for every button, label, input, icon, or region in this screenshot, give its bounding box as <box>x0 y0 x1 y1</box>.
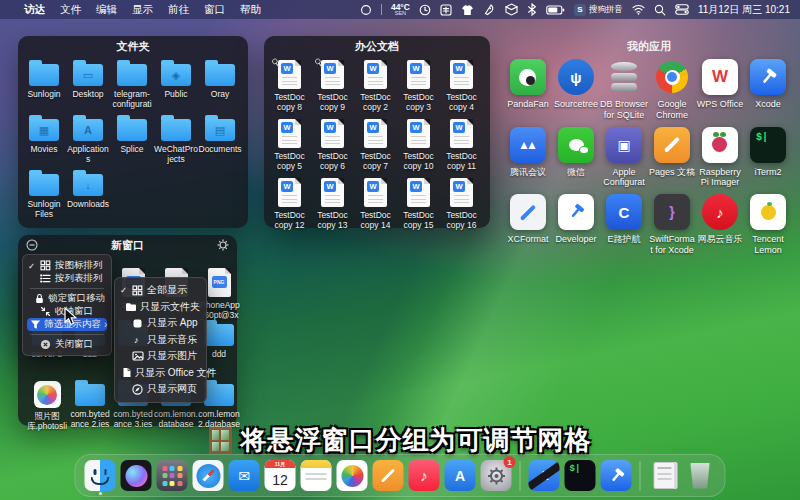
doc-item[interactable]: WTestDoc copy 10 <box>403 117 434 171</box>
dock-icon-photos[interactable] <box>337 460 368 491</box>
battery-icon[interactable] <box>546 5 565 15</box>
doc-item[interactable]: WTestDoc copy 5 <box>274 117 305 171</box>
dock-icon-launchpad[interactable] <box>157 460 188 491</box>
dock-icon-finder[interactable] <box>85 460 116 491</box>
menu-item[interactable]: ♪只显示音乐 <box>115 332 206 349</box>
window-minimize-icon[interactable] <box>26 239 38 253</box>
bluetooth-icon[interactable] <box>527 3 537 16</box>
shirt-icon[interactable] <box>461 4 474 16</box>
ring-icon[interactable] <box>360 4 372 16</box>
window-office-docs[interactable]: 办公文档 WTestDoc copy 8WTestDoc copy 9WTest… <box>264 36 490 228</box>
app-item-dbbrowser[interactable]: DB Browser for SQLite <box>600 59 648 121</box>
dock-icon-siri[interactable] <box>121 460 152 491</box>
app-item-wechat[interactable]: 微信 <box>558 127 594 189</box>
doc-item[interactable]: WTestDoc copy 11 <box>446 117 477 171</box>
menubar-datetime[interactable]: 11月12日 周三 10:21 <box>698 3 790 17</box>
app-item-iterm[interactable]: $|iTerm2 <box>750 127 786 189</box>
folder-item[interactable]: Oray <box>205 58 235 109</box>
menubar-menu-0[interactable]: 文件 <box>60 3 81 17</box>
rocket-icon[interactable] <box>483 3 496 16</box>
dock-icon-music[interactable]: ♪ <box>409 460 440 491</box>
clock-icon[interactable] <box>419 4 431 16</box>
menu-item[interactable]: 关闭窗口 <box>23 338 111 351</box>
doc-item[interactable]: WTestDoc copy 3 <box>403 58 434 112</box>
menubar-menu-2[interactable]: 显示 <box>132 3 153 17</box>
folder-item[interactable]: ◈Public <box>161 58 191 109</box>
menubar-menu-3[interactable]: 前往 <box>168 3 189 17</box>
doc-item[interactable]: WTestDoc copy 2 <box>360 58 391 112</box>
menu-item[interactable]: 只显示图片 <box>115 348 206 365</box>
search-icon[interactable] <box>654 4 666 16</box>
app-item-raspberry[interactable]: Raspberry Pi Imager <box>699 127 741 189</box>
doc-item[interactable]: WTestDoc copy 8 <box>274 58 305 112</box>
menubar-menu-1[interactable]: 编辑 <box>96 3 117 17</box>
app-item-xcformat[interactable]: XCFormat <box>507 194 548 256</box>
box-icon[interactable] <box>505 3 518 16</box>
doc-item[interactable]: WTestDoc copy 14 <box>360 176 391 230</box>
dock-icon-trash[interactable] <box>685 460 716 491</box>
doc-item[interactable]: WTestDoc copy 15 <box>403 176 434 230</box>
menu-item[interactable]: 只显示网页 <box>115 381 206 398</box>
doc-item[interactable]: WTestDoc copy 4 <box>446 58 477 112</box>
wifi-icon[interactable] <box>632 4 645 15</box>
dock-icon-minimized-window[interactable] <box>649 460 680 491</box>
app-item-pages[interactable]: Pages 文稿 <box>649 127 695 189</box>
input-box-icon[interactable] <box>440 4 452 16</box>
app-item-sourcetree[interactable]: ψSourcetree <box>554 59 598 121</box>
folder-item[interactable]: Splice <box>117 113 147 164</box>
menubar-menu-5[interactable]: 帮助 <box>240 3 261 17</box>
menu-item[interactable]: ✓按图标排列 <box>23 259 111 272</box>
folder-item[interactable]: telegram- configurati <box>112 58 151 109</box>
control-center-icon[interactable] <box>675 4 689 15</box>
doc-item[interactable]: WTestDoc copy 12 <box>274 176 305 230</box>
menu-item[interactable]: ✓全部显示 <box>115 282 206 299</box>
doc-item[interactable]: WTestDoc copy 13 <box>317 176 348 230</box>
app-item-netease[interactable]: ♪网易云音乐 <box>698 194 743 256</box>
app-item-swiftformat[interactable]: }SwiftForma t for Xcode <box>649 194 695 256</box>
menu-item[interactable]: 锁定窗口移动 <box>23 292 111 305</box>
dock-icon-xcformat[interactable]: A <box>529 460 560 491</box>
doc-item[interactable]: WTestDoc copy 6 <box>317 117 348 171</box>
doc-item[interactable]: WTestDoc copy 9 <box>317 58 348 112</box>
dock-icon-xcode[interactable] <box>601 460 632 491</box>
folder-item[interactable]: WeChatPro jects <box>154 113 198 164</box>
folder-item[interactable]: ↓Downloads <box>67 168 109 219</box>
app-item-xcode[interactable]: Xcode <box>750 59 786 121</box>
dock-icon-iterm2[interactable]: $| <box>565 460 596 491</box>
menu-item[interactable]: 只显示 Office 文件 <box>115 365 206 382</box>
sogou-input-status[interactable]: S搜狗拼音 <box>574 4 623 16</box>
menu-item[interactable]: 按列表排列 <box>23 272 111 285</box>
dock-icon-safari[interactable] <box>193 460 224 491</box>
file-item[interactable]: com.byted ance 2.ies <box>68 378 112 429</box>
folder-item[interactable]: ▦Movies <box>29 113 59 164</box>
folder-item[interactable]: Sunlogin Files <box>27 168 60 219</box>
doc-item[interactable]: WTestDoc copy 16 <box>446 176 477 230</box>
doc-item[interactable]: WTestDoc copy 7 <box>360 117 391 171</box>
dock-icon-calendar[interactable]: 11月12 <box>265 460 296 491</box>
folder-item[interactable]: Sunlogin <box>27 58 60 109</box>
window-settings-gear-icon[interactable] <box>217 239 229 253</box>
app-item-chrome[interactable]: Google Chrome <box>654 59 690 121</box>
folder-item[interactable]: ▤Documents <box>199 113 242 164</box>
temperature-status[interactable]: 44°CSEN <box>391 3 410 17</box>
app-item-label: iTerm2 <box>754 167 781 178</box>
dock-icon-pages[interactable] <box>373 460 404 491</box>
menubar-menu-4[interactable]: 窗口 <box>204 3 225 17</box>
dock-icon-mail[interactable]: ✉ <box>229 460 260 491</box>
dock-icon-notes[interactable] <box>301 460 332 491</box>
window-folders[interactable]: 文件夹 Sunlogin▭Desktoptelegram- configurat… <box>18 36 248 228</box>
dock-icon-app-store[interactable]: A <box>445 460 476 491</box>
app-item-developer[interactable]: Developer <box>555 194 596 256</box>
menu-item[interactable]: 只显示文件夹 <box>115 299 206 316</box>
app-item-pandafan[interactable]: PandaFan <box>507 59 549 121</box>
menu-item[interactable]: 只显示 App <box>115 315 206 332</box>
dock-icon-system-settings[interactable]: 1 <box>481 460 512 491</box>
app-item-wps[interactable]: WWPS Office <box>697 59 743 121</box>
app-item-tencent-meeting[interactable]: ▲▲腾讯会议 <box>510 127 546 189</box>
app-item-lemon[interactable]: Tencent Lemon <box>750 194 786 256</box>
folder-item[interactable]: AApplication s <box>67 113 109 164</box>
app-item-configurator[interactable]: ▣Apple Configurat <box>603 127 645 189</box>
menubar-app-name[interactable]: 访达 <box>24 3 45 17</box>
app-item-eroad[interactable]: CE路护航 <box>606 194 642 256</box>
folder-item[interactable]: ▭Desktop <box>72 58 103 109</box>
